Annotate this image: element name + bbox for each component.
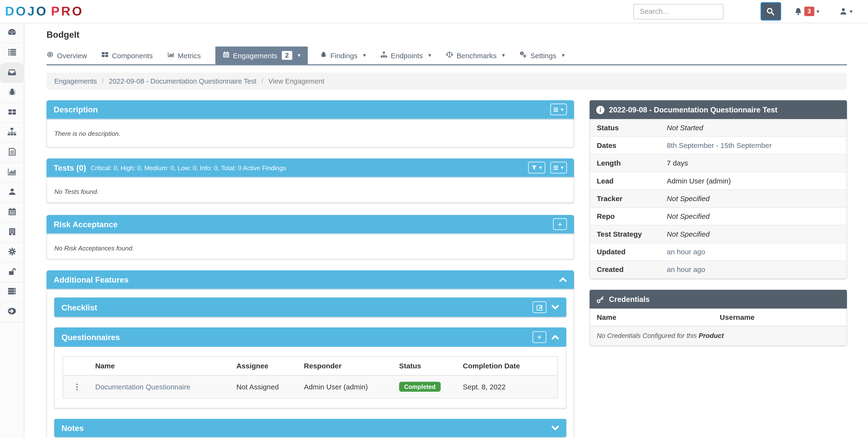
sidebar-item-list[interactable] <box>0 43 24 63</box>
notes-section: Notes <box>54 419 566 437</box>
breadcrumb: Engagements / 2022-09-08 - Documentation… <box>46 72 847 90</box>
tab-endpoints[interactable]: Endpoints ▾ <box>380 47 431 64</box>
questionnaires-title: Questionnaires <box>61 332 120 342</box>
risk-acceptance-panel-body: No Risk Acceptances found. <box>46 234 574 259</box>
chevron-down-icon: ▾ <box>850 9 852 14</box>
dashboard-icon <box>7 27 17 39</box>
add-questionnaire-button[interactable]: + <box>532 331 546 343</box>
sidebar-item-inbox[interactable] <box>0 63 24 83</box>
tests-panel-header: Tests (0) Critical: 0, High: 0, Medium: … <box>46 158 574 178</box>
chevron-down-icon: ▾ <box>363 53 366 58</box>
info-label: Status <box>590 119 664 137</box>
updated-link[interactable]: an hour ago <box>667 248 705 256</box>
list-icon <box>7 48 17 58</box>
tab-overview[interactable]: Overview <box>46 47 87 64</box>
logo-dojo: DOJO <box>5 5 48 18</box>
sitemap-icon <box>380 51 388 60</box>
sidebar-item-components[interactable] <box>0 103 24 123</box>
tab-metrics[interactable]: Metrics <box>167 47 201 64</box>
info-label: Test Strategy <box>590 225 664 243</box>
arrow-circle-right-icon <box>7 306 17 318</box>
created-link[interactable]: an hour ago <box>667 265 705 274</box>
sidebar-item-logout[interactable] <box>0 302 24 322</box>
description-menu-button[interactable]: ▾ <box>550 104 567 115</box>
chevron-down-icon: ▾ <box>539 165 542 170</box>
questionnaires-section: Questionnaires + <box>54 327 566 409</box>
notes-header: Notes <box>54 419 566 437</box>
server-icon <box>7 287 17 298</box>
sidebar-item-endpoints[interactable] <box>0 123 24 143</box>
info-value: 7 days <box>664 154 846 172</box>
column-header-status: Status <box>395 357 458 375</box>
sidebar-item-organization[interactable] <box>0 223 24 243</box>
sidebar-item-metrics[interactable] <box>0 163 24 183</box>
questionnaire-row: ⋮ Documentation Questionnaire Not Assign… <box>63 375 557 398</box>
breadcrumb-separator: / <box>261 77 263 85</box>
document-icon <box>7 147 17 158</box>
tab-findings[interactable]: Findings ▾ <box>320 47 366 64</box>
main-content: BodgeIt Overview Components Metrics En <box>24 23 868 438</box>
chevron-down-icon[interactable] <box>551 426 559 431</box>
sidebar-item-system[interactable] <box>0 283 24 303</box>
sidebar-item-calendar[interactable] <box>0 203 24 223</box>
chevron-down-icon: ▾ <box>561 165 564 170</box>
engagements-count-badge: 2 <box>282 51 292 60</box>
breadcrumb-engagements-link[interactable]: Engagements <box>54 77 97 85</box>
grid-icon <box>101 51 109 60</box>
chevron-down-icon[interactable] <box>551 305 559 310</box>
credentials-empty-text: No Credentials Configured for this <box>597 332 699 340</box>
chevron-up-icon[interactable] <box>551 334 559 340</box>
info-icon: i <box>596 106 604 114</box>
sidebar-item-access[interactable] <box>0 263 24 283</box>
column-header-completion-date: Completion Date <box>458 357 557 375</box>
info-value: Not Specified <box>664 225 846 243</box>
sidebar-item-reports[interactable] <box>0 143 24 163</box>
sidebar-item-dashboard[interactable] <box>0 23 24 43</box>
tests-filter-button[interactable]: ▾ <box>528 162 545 173</box>
user-icon <box>7 187 17 198</box>
user-icon <box>839 7 847 16</box>
notifications-menu[interactable]: 3 ▾ <box>794 6 819 16</box>
sidebar-item-users[interactable] <box>0 183 24 203</box>
dates-link[interactable]: 8th September - 15th September <box>667 141 772 149</box>
edit-checklist-button[interactable] <box>532 301 546 313</box>
app-logo[interactable]: DOJO PRO <box>5 5 84 18</box>
chevron-down-icon: ▾ <box>816 9 819 14</box>
sidebar-item-findings[interactable] <box>0 83 24 103</box>
gears-icon <box>519 51 527 60</box>
chevron-up-icon[interactable] <box>559 277 567 282</box>
tab-benchmarks[interactable]: Benchmarks ▾ <box>445 47 505 64</box>
sitemap-icon <box>7 127 17 139</box>
add-risk-acceptance-button[interactable]: + <box>553 218 567 230</box>
tests-panel-body: No Tests found. <box>46 178 574 203</box>
edit-icon <box>536 304 543 311</box>
tab-engagements[interactable]: Engagements 2 ▾ <box>215 47 308 64</box>
breadcrumb-separator: / <box>102 77 104 85</box>
info-row-created: Created an hour ago <box>590 261 847 278</box>
breadcrumb-engagement-link[interactable]: 2022-09-08 - Documentation Questionnaire… <box>109 77 256 85</box>
sidebar-item-settings[interactable] <box>0 243 24 263</box>
engagement-info-header: i 2022-09-08 - Documentation Questionnai… <box>590 100 847 119</box>
app-root: DOJO PRO 3 ▾ ▾ <box>0 0 868 438</box>
tab-components[interactable]: Components <box>101 47 153 64</box>
plus-icon: + <box>557 220 562 228</box>
info-row-repo: Repo Not Specified <box>590 207 847 225</box>
tab-label: Benchmarks <box>457 51 497 59</box>
user-menu[interactable]: ▾ <box>839 7 852 16</box>
questionnaire-link[interactable]: Documentation Questionnaire <box>95 383 190 391</box>
tests-menu-button[interactable]: ▾ <box>550 162 567 173</box>
credentials-header: Credentials <box>590 290 847 309</box>
row-actions-menu[interactable]: ⋮ <box>63 375 91 398</box>
questionnaire-completion-date: Sept. 8, 2022 <box>458 375 557 398</box>
search-input[interactable] <box>633 4 723 19</box>
search-button[interactable] <box>761 2 781 21</box>
tab-label: Findings <box>331 51 358 59</box>
info-row-lead: Lead Admin User (admin) <box>590 172 847 190</box>
column-header-responder: Responder <box>300 357 395 375</box>
chevron-down-icon: ▾ <box>502 53 505 58</box>
bell-icon <box>794 7 803 16</box>
breadcrumb-current: View Engagement <box>268 77 324 85</box>
tab-settings[interactable]: Settings ▾ <box>519 47 565 64</box>
balance-scale-icon <box>445 51 453 60</box>
additional-features-body: Checklist <box>46 290 574 438</box>
